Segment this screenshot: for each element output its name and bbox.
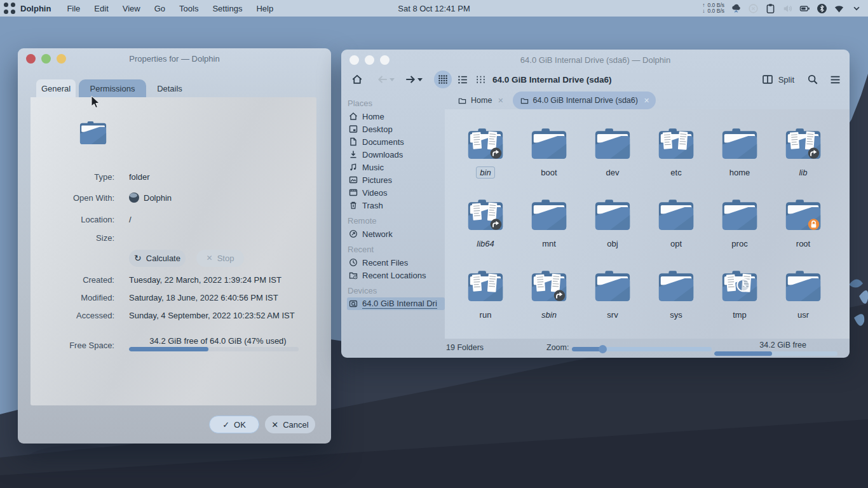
cancel-button[interactable]: ✕ Cancel [265, 416, 315, 433]
menu-tools[interactable]: Tools [172, 4, 205, 13]
folder-item-opt[interactable]: opt [644, 196, 708, 267]
minimize-window-button[interactable] [57, 54, 66, 64]
folder-clock-icon [349, 271, 358, 280]
folder-item-usr[interactable]: usr [771, 267, 835, 338]
clipboard-icon[interactable] [765, 3, 776, 14]
back-history-chevron[interactable] [390, 78, 395, 81]
sidebar-item-documents[interactable]: Documents [347, 135, 445, 148]
video-icon [349, 188, 358, 197]
folder-label: boot [538, 167, 560, 178]
folder-icon [783, 196, 823, 233]
folder-view[interactable]: bin boot dev etc home lib lib64 mnt obj … [445, 109, 850, 339]
document-icon [349, 137, 358, 146]
folder-item-dev[interactable]: dev [581, 125, 644, 196]
sidebar-item-desktop[interactable]: Desktop [347, 123, 445, 135]
folder-item-home[interactable]: home [708, 125, 771, 196]
open-with-label: Open With: [31, 193, 114, 203]
media-circle-icon[interactable] [748, 3, 759, 14]
browser-tab-1[interactable]: Home✕ [451, 92, 510, 109]
compact-view-button[interactable] [475, 74, 486, 85]
search-icon[interactable] [807, 74, 818, 85]
folder-item-etc[interactable]: etc [644, 125, 708, 196]
network-cloud-icon[interactable] [731, 3, 742, 14]
split-view-icon[interactable] [762, 74, 773, 85]
network-speed-indicator[interactable]: ↑↓ 0.0 B/s0.0 B/s [702, 3, 724, 14]
modified-label: Modified: [31, 293, 114, 302]
back-button[interactable] [377, 74, 388, 85]
folder-item-proc[interactable]: proc [708, 196, 771, 267]
zoom-slider[interactable] [572, 347, 712, 351]
maximize-window-button[interactable] [365, 55, 374, 65]
sidebar-item-trash[interactable]: Trash [347, 199, 445, 212]
details-view-button[interactable] [458, 74, 468, 85]
sidebar-item-recent-files[interactable]: Recent Files [347, 256, 445, 269]
folder-icon [466, 125, 505, 161]
folder-item-sys[interactable]: sys [644, 267, 708, 338]
folder-item-lib64[interactable]: lib64 [454, 196, 517, 267]
forward-history-chevron[interactable] [417, 78, 423, 81]
menu-go[interactable]: Go [147, 4, 172, 13]
menu-hamburger-icon[interactable] [830, 75, 841, 85]
sidebar-item-recent-locations[interactable]: Recent Locations [347, 269, 445, 281]
folder-label: obj [604, 238, 621, 249]
menu-help[interactable]: Help [249, 4, 280, 13]
forward-button[interactable] [405, 74, 416, 85]
sidebar-item-home[interactable]: Home [347, 110, 445, 123]
folder-item-obj[interactable]: obj [581, 196, 644, 267]
home-button[interactable] [351, 74, 363, 85]
menu-file[interactable]: File [60, 4, 87, 13]
split-label[interactable]: Split [778, 75, 794, 85]
folder-label: sys [667, 309, 686, 320]
window-title: 64.0 GiB Internal Drive (sda6) — Dolphin [341, 55, 850, 65]
ok-button[interactable]: ✓ OK [209, 416, 259, 433]
zoom-label: Zoom: [546, 343, 569, 352]
dolphin-titlebar[interactable]: 64.0 GiB Internal Drive (sda6) — Dolphin [341, 50, 850, 70]
active-app-name[interactable]: Dolphin [20, 4, 51, 13]
bluetooth-icon[interactable] [817, 3, 827, 14]
folder-icon [720, 267, 759, 304]
close-window-button[interactable] [349, 55, 359, 65]
browser-tab-2[interactable]: 64.0 GiB Internal Drive (sda6)✕ [513, 92, 656, 109]
folder-item-srv[interactable]: srv [581, 267, 644, 338]
check-icon: ✓ [222, 420, 229, 430]
folder-item-lib[interactable]: lib [771, 125, 835, 196]
sidebar-item-pictures[interactable]: Pictures [347, 173, 445, 186]
wifi-icon[interactable] [834, 3, 844, 14]
cancel-x-icon: ✕ [271, 420, 278, 430]
sidebar-item-videos[interactable]: Videos [347, 186, 445, 199]
icons-view-button[interactable] [434, 71, 452, 88]
sidebar-item-music[interactable]: Music [347, 161, 445, 173]
capacity-bar [714, 351, 837, 356]
battery-icon[interactable] [799, 3, 810, 14]
app-launcher-icon[interactable] [4, 3, 15, 14]
menu-settings[interactable]: Settings [205, 4, 249, 13]
close-tab-icon[interactable]: ✕ [644, 97, 649, 105]
folder-item-root[interactable]: root [771, 196, 835, 267]
close-tab-icon[interactable]: ✕ [498, 97, 503, 105]
calculate-button[interactable]: ↻ Calculate [129, 250, 186, 267]
sidebar-item-64-0-gib-internal-dri[interactable]: 64.0 GiB Internal Dri [347, 297, 445, 310]
folder-item-mnt[interactable]: mnt [517, 196, 581, 267]
chevron-down-icon[interactable] [851, 3, 862, 14]
tab-details[interactable]: Details [149, 79, 190, 97]
maximize-window-button[interactable] [41, 54, 51, 64]
tab-permissions[interactable]: Permissions [79, 79, 146, 97]
sidebar-item-network[interactable]: Network [347, 227, 445, 240]
sidebar-item-label: Network [362, 229, 393, 239]
properties-titlebar[interactable]: Properties for — Dolphin [18, 48, 331, 69]
folder-item-boot[interactable]: boot [517, 125, 581, 196]
stop-button[interactable]: ✕ Stop [196, 250, 244, 267]
folder-item-sbin[interactable]: sbin [517, 267, 581, 338]
volume-muted-icon[interactable] [782, 3, 793, 14]
menu-view[interactable]: View [116, 4, 147, 13]
location-title[interactable]: 64.0 GiB Internal Drive (sda6) [492, 75, 612, 85]
close-window-button[interactable] [26, 54, 36, 64]
zoom-slider-handle[interactable] [599, 345, 607, 353]
sidebar-item-downloads[interactable]: Downloads [347, 148, 445, 161]
tab-general[interactable]: General [36, 79, 76, 97]
folder-item-tmp[interactable]: tmp [708, 267, 771, 338]
folder-item-bin[interactable]: bin [454, 125, 517, 196]
minimize-window-button[interactable] [380, 55, 390, 65]
menu-edit[interactable]: Edit [87, 4, 115, 13]
folder-item-run[interactable]: run [454, 267, 517, 338]
